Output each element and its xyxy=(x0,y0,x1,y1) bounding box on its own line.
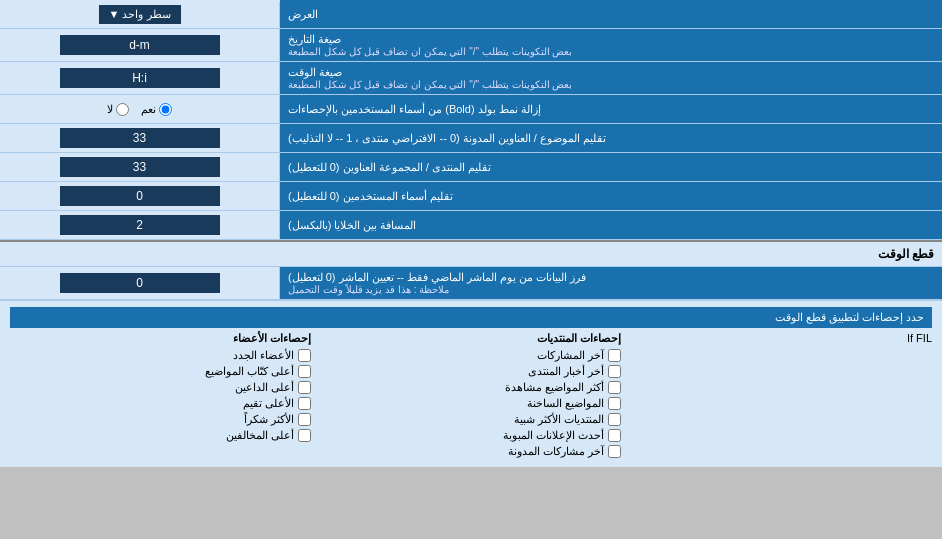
cb-forum-news[interactable]: أخر أخبار المنتدى xyxy=(321,365,622,378)
checkboxes-grid: If FIL إحصاءات المنتديات آخر المشاركات أ… xyxy=(10,332,932,461)
cutoff-input-container xyxy=(0,267,280,299)
cb-new-members[interactable]: الأعضاء الجدد xyxy=(10,349,311,362)
forum-trim-input-container xyxy=(0,153,280,181)
cb-last-posts[interactable]: آخر المشاركات xyxy=(321,349,622,362)
col-note: If FIL xyxy=(631,332,932,461)
cell-spacing-input-container xyxy=(0,211,280,239)
date-format-row: صيغة التاريخ بعض التكوينات يتطلب "/" الت… xyxy=(0,29,942,62)
forum-trim-label: تقليم المنتدى / المجموعة العناوين (0 للت… xyxy=(280,153,942,181)
bold-yes-radio[interactable] xyxy=(159,103,172,116)
cb-most-similar[interactable]: المنتديات الأكثر شبية xyxy=(321,413,622,426)
time-format-input-container xyxy=(0,62,280,94)
topic-trim-row: تقليم الموضوع / العناوين المدونة (0 -- ا… xyxy=(0,124,942,153)
main-container: العرض سطر واحد ▼ صيغة التاريخ بعض التكوي… xyxy=(0,0,942,467)
bold-label: إزالة نمط بولد (Bold) من أسماء المستخدمي… xyxy=(280,95,942,123)
topic-trim-field[interactable] xyxy=(60,128,220,148)
col1-header: إحصاءات الأعضاء xyxy=(10,332,311,345)
col2-header: إحصاءات المنتديات xyxy=(321,332,622,345)
bold-radio-group: نعم لا xyxy=(107,103,172,116)
time-format-label: صيغة الوقت بعض التكوينات يتطلب "/" التي … xyxy=(280,62,942,94)
col-note-text: If FIL xyxy=(631,332,932,344)
forum-trim-field[interactable] xyxy=(60,157,220,177)
cb-top-rated[interactable]: الأعلى تقيم xyxy=(10,397,311,410)
cb-most-viewed[interactable]: أكثر المواضيع مشاهدة xyxy=(321,381,622,394)
username-trim-row: تقليم أسماء المستخدمين (0 للتعطيل) xyxy=(0,182,942,211)
checkboxes-header: حدد إحصاءات لتطبيق قطع الوقت xyxy=(10,307,932,328)
topic-trim-input-container xyxy=(0,124,280,152)
date-format-input-container xyxy=(0,29,280,61)
time-format-row: صيغة الوقت بعض التكوينات يتطلب "/" التي … xyxy=(0,62,942,95)
forum-trim-row: تقليم المنتدى / المجموعة العناوين (0 للت… xyxy=(0,153,942,182)
col-members-stats: إحصاءات الأعضاء الأعضاء الجدد أعلى كتّاب… xyxy=(10,332,311,461)
bold-input-container: نعم لا xyxy=(0,95,280,123)
cb-classifieds[interactable]: أحدث الإعلانات المبوبة xyxy=(321,429,622,442)
cell-spacing-label: المسافة بين الخلايا (بالبكسل) xyxy=(280,211,942,239)
cell-spacing-row: المسافة بين الخلايا (بالبكسل) xyxy=(0,211,942,240)
bold-no-radio[interactable] xyxy=(116,103,129,116)
bold-no-label[interactable]: لا xyxy=(107,103,129,116)
bold-row: إزالة نمط بولد (Bold) من أسماء المستخدمي… xyxy=(0,95,942,124)
col-forums-stats: إحصاءات المنتديات آخر المشاركات أخر أخبا… xyxy=(321,332,622,461)
display-dropdown[interactable]: سطر واحد ▼ xyxy=(99,5,181,24)
bold-yes-label[interactable]: نعم xyxy=(141,103,172,116)
display-row: العرض سطر واحد ▼ xyxy=(0,0,942,29)
topic-trim-label: تقليم الموضوع / العناوين المدونة (0 -- ا… xyxy=(280,124,942,152)
date-format-label: صيغة التاريخ بعض التكوينات يتطلب "/" الت… xyxy=(280,29,942,61)
cb-top-authors[interactable]: أعلى كتّاب المواضيع xyxy=(10,365,311,378)
cell-spacing-field[interactable] xyxy=(60,215,220,235)
time-format-field[interactable] xyxy=(60,68,220,88)
cutoff-field[interactable] xyxy=(60,273,220,293)
display-input[interactable]: سطر واحد ▼ xyxy=(0,2,280,27)
username-trim-field[interactable] xyxy=(60,186,220,206)
username-trim-input-container xyxy=(0,182,280,210)
cb-top-inviters[interactable]: أعلى الداعين xyxy=(10,381,311,394)
cutoff-row: فرز البيانات من يوم الماشر الماضي فقط --… xyxy=(0,267,942,300)
cb-blog-posts[interactable]: آخر مشاركات المدونة xyxy=(321,445,622,458)
cutoff-label: فرز البيانات من يوم الماشر الماضي فقط --… xyxy=(280,267,942,299)
username-trim-label: تقليم أسماء المستخدمين (0 للتعطيل) xyxy=(280,182,942,210)
cut-time-section-header: قطع الوقت xyxy=(0,240,942,267)
cb-most-thanks[interactable]: الأكثر شكراً xyxy=(10,413,311,426)
date-format-field[interactable] xyxy=(60,35,220,55)
cb-hot-topics[interactable]: المواضيع الساخنة xyxy=(321,397,622,410)
checkboxes-section: حدد إحصاءات لتطبيق قطع الوقت If FIL إحصا… xyxy=(0,300,942,467)
display-label: العرض xyxy=(280,0,942,28)
cb-top-violators[interactable]: أعلى المخالفين xyxy=(10,429,311,442)
